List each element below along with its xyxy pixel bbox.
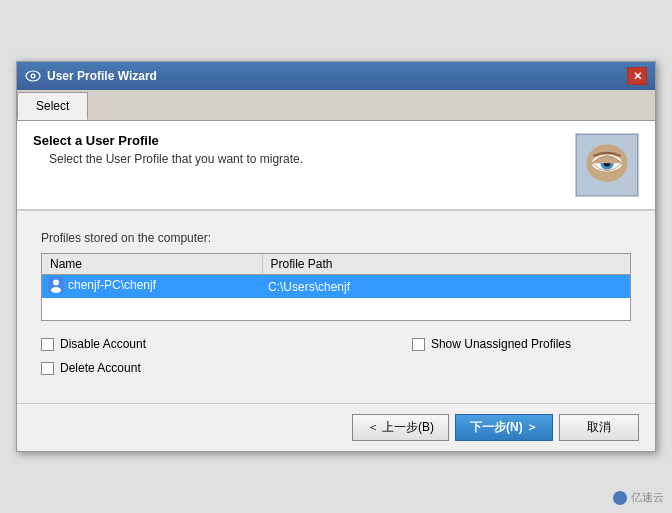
header-subtitle: Select the User Profile that you want to… — [33, 152, 575, 166]
watermark-icon — [613, 491, 627, 505]
svg-point-10 — [53, 280, 59, 286]
back-button[interactable]: ＜ 上一步(B) — [352, 414, 449, 441]
header-title: Select a User Profile — [33, 133, 575, 148]
eye-illustration — [577, 135, 637, 195]
table-cell-path: C:\Users\chenjf — [262, 275, 630, 299]
checkbox-box-delete — [41, 362, 54, 375]
header-image — [575, 133, 639, 197]
show-unassigned-checkbox[interactable]: Show Unassigned Profiles — [412, 337, 571, 351]
header-text: Select a User Profile Select the User Pr… — [33, 133, 575, 166]
watermark: 亿速云 — [613, 490, 664, 505]
col-name: Name — [42, 254, 262, 275]
table-header-row: Name Profile Path — [42, 254, 630, 275]
left-checkboxes: Disable Account Delete Account — [41, 337, 146, 375]
table-empty-space — [42, 298, 630, 320]
watermark-text: 亿速云 — [631, 490, 664, 505]
profiles-label: Profiles stored on the computer: — [41, 231, 631, 245]
table-row[interactable]: chenjf-PC\chenjf C:\Users\chenjf — [42, 275, 630, 299]
right-checkboxes: Show Unassigned Profiles — [412, 337, 571, 375]
main-content: Profiles stored on the computer: Name Pr… — [17, 211, 655, 403]
checkboxes-section: Disable Account Delete Account Show Unas… — [41, 337, 631, 375]
profile-table: Name Profile Path — [42, 254, 630, 320]
title-bar-left: User Profile Wizard — [25, 68, 157, 84]
disable-account-checkbox[interactable]: Disable Account — [41, 337, 146, 351]
delete-account-checkbox[interactable]: Delete Account — [41, 361, 146, 375]
close-button[interactable]: ✕ — [627, 67, 647, 85]
cancel-button[interactable]: 取消 — [559, 414, 639, 441]
checkbox-box-disable — [41, 338, 54, 351]
svg-point-11 — [51, 287, 61, 293]
tab-bar: Select — [17, 90, 655, 121]
checkbox-box-unassigned — [412, 338, 425, 351]
title-bar: User Profile Wizard ✕ — [17, 62, 655, 90]
header-section: Select a User Profile Select the User Pr… — [17, 121, 655, 211]
next-button[interactable]: 下一步(N) ＞ — [455, 414, 553, 441]
table-cell-name: chenjf-PC\chenjf — [42, 275, 262, 299]
col-path: Profile Path — [262, 254, 630, 275]
user-icon — [48, 277, 64, 293]
svg-point-2 — [32, 75, 34, 77]
app-icon — [25, 68, 41, 84]
main-window: User Profile Wizard ✕ Select Select a Us… — [16, 61, 656, 452]
profile-table-container: Name Profile Path — [41, 253, 631, 321]
tab-select[interactable]: Select — [17, 92, 88, 120]
window-title: User Profile Wizard — [47, 69, 157, 83]
footer: ＜ 上一步(B) 下一步(N) ＞ 取消 — [17, 403, 655, 451]
